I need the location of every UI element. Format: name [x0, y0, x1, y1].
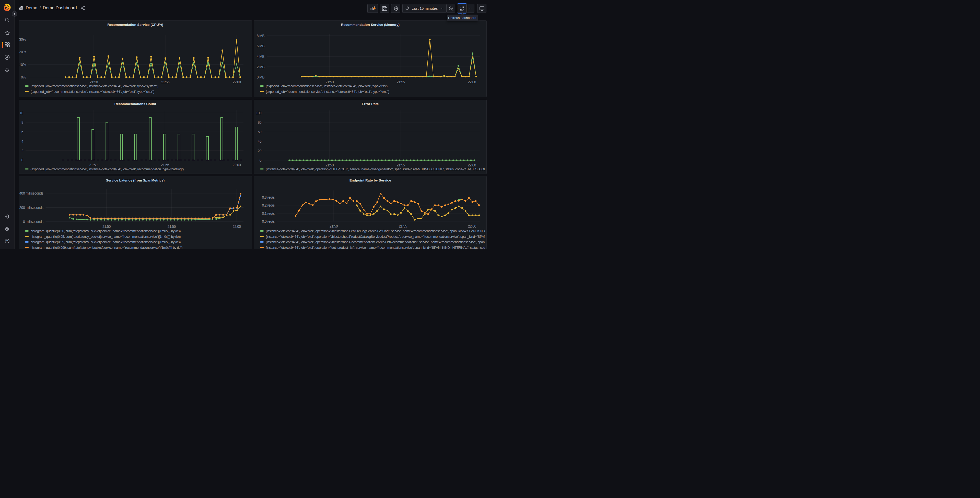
svg-text:?: ? — [6, 239, 8, 243]
